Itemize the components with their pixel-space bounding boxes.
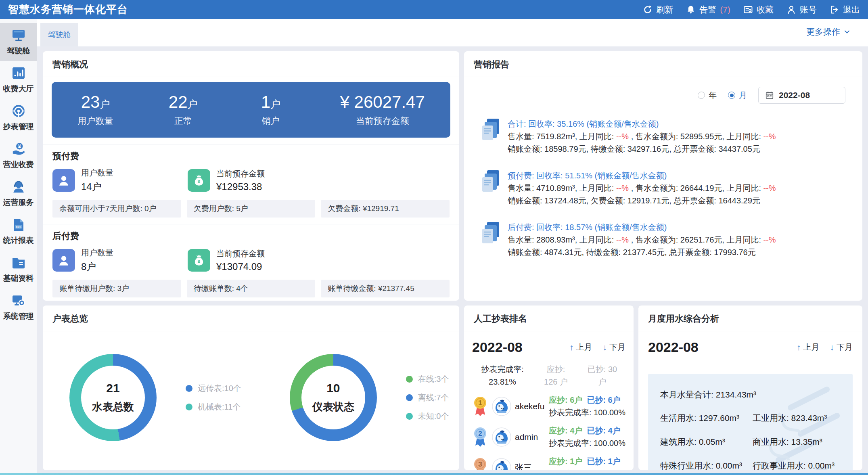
arrow-up-icon: ↑ bbox=[569, 343, 574, 352]
donut-total: 10 bbox=[326, 381, 340, 395]
due-count: 应抄: 6户 bbox=[549, 395, 582, 404]
svg-text:¥: ¥ bbox=[198, 179, 201, 184]
legend-dot bbox=[406, 413, 413, 420]
usage-special: 特殊行业用水: 0.00m³ bbox=[660, 460, 753, 470]
app-title: 智慧水务营销一体化平台 bbox=[8, 2, 128, 17]
prev-month-button[interactable]: ↑ 上月 bbox=[797, 342, 820, 353]
arrow-up-icon: ↑ bbox=[797, 343, 801, 352]
svg-text:1: 1 bbox=[478, 399, 482, 407]
sidebar-item-toll-hall[interactable]: 收费大厅 bbox=[0, 61, 37, 99]
calendar-icon bbox=[765, 91, 774, 100]
sidebar-item-business-toll[interactable]: ¥ 营业收费 bbox=[0, 137, 37, 175]
postpaid-stats: 用户数量 8户 ¥ 当前预存金额 ¥13074.09 bbox=[52, 247, 450, 273]
panel-title: 月度用水综合分析 bbox=[638, 306, 862, 331]
date-picker[interactable]: 2022-08 bbox=[758, 87, 845, 104]
panel-title: 营销报告 bbox=[464, 51, 862, 77]
refresh-button[interactable]: 刷新 bbox=[643, 4, 673, 15]
completion-rate: 抄表完成率: 100.00% bbox=[549, 468, 625, 470]
donut-label: 水表总数 bbox=[92, 400, 134, 414]
monthly-water-analysis-panel: 月度用水综合分析 2022-08 ↑ 上月 ↓ 下月 bbox=[638, 306, 862, 470]
system-gear-icon bbox=[11, 293, 26, 308]
bell-icon bbox=[686, 5, 696, 15]
sidebar-item-basic-data[interactable]: 基础资料 bbox=[0, 251, 37, 289]
account-label: 账号 bbox=[800, 4, 817, 15]
panel-title: 人工抄表排名 bbox=[464, 306, 634, 331]
user-badge-icon bbox=[52, 249, 75, 272]
favorite-label: 收藏 bbox=[757, 4, 774, 15]
mom-change: --% bbox=[763, 235, 776, 244]
water-meter-legend: 远传表:10个 机械表:11个 bbox=[186, 383, 241, 412]
sidebar: 驾驶舱 收费大厅 抄表管理 ¥ 营业收费 运营服务 XLS 统计报表 基础资料 … bbox=[0, 19, 37, 475]
bronze-medal-icon: 3 bbox=[472, 457, 488, 470]
sidebar-item-statistics-report[interactable]: XLS 统计报表 bbox=[0, 213, 37, 251]
legend-item-offline[interactable]: 离线:7个 bbox=[406, 392, 449, 403]
arrow-down-icon: ↓ bbox=[830, 343, 835, 352]
radio-circle bbox=[698, 92, 705, 99]
mom-change: --% bbox=[763, 184, 776, 193]
logout-label: 退出 bbox=[843, 4, 860, 15]
logout-button[interactable]: 退出 bbox=[830, 4, 860, 15]
radio-year[interactable]: 年 bbox=[698, 90, 717, 101]
legend-dot bbox=[186, 404, 192, 410]
legend-item-unknown[interactable]: 未知:0个 bbox=[406, 411, 449, 422]
favorite-button[interactable]: 收藏 bbox=[743, 4, 774, 15]
monthly-usage-box: 本月水量合计: 2134.43m³ 生活用水: 1297.60m³ 工业用水: … bbox=[648, 374, 853, 470]
svg-text:¥: ¥ bbox=[18, 143, 21, 149]
sidebar-item-dashboard[interactable]: 驾驶舱 bbox=[0, 23, 37, 61]
mom-change: --% bbox=[616, 235, 629, 244]
meter-status-legend: 在线:3个 离线:7个 未知:0个 bbox=[406, 374, 449, 422]
bookmark-icon bbox=[743, 5, 753, 15]
sidebar-item-label: 收费大厅 bbox=[3, 84, 34, 94]
money-bag-icon: ¥ bbox=[188, 249, 210, 272]
donut-label: 仪表状态 bbox=[312, 400, 354, 414]
usage-administrative: 行政事业用水: 0.00m³ bbox=[753, 460, 841, 470]
report-item-total: 合计: 回收率: 35.16% (销账金额/售水金额) 售水量: 7519.82… bbox=[481, 118, 853, 155]
completion-rate: 抄表完成率: 100.00% bbox=[549, 406, 625, 419]
meter-status-donut-chart: 10 仪表状态 bbox=[290, 354, 377, 441]
mom-change: --% bbox=[616, 132, 629, 141]
tab-dashboard[interactable]: 驾驶舱 bbox=[40, 23, 78, 46]
main-content: 营销概况 23户 用户数量 22户 正常 1户 销户 ¥ 26027.47 当前… bbox=[37, 46, 868, 475]
report-headline: 预付费: 回收率: 51.51% (销账金额/售水金额) bbox=[508, 169, 776, 182]
report-doc-icon bbox=[481, 169, 500, 207]
divider bbox=[43, 144, 459, 144]
ranking-row: 1 akekefu 应抄: 6户 已抄: 6户 抄表完成率: 100.00% bbox=[472, 394, 625, 419]
report-doc-icon bbox=[481, 221, 500, 259]
metric-unpaid-bills: 待缴账单数: 4个 bbox=[187, 280, 316, 297]
legend-item-mechanical[interactable]: 机械表:11个 bbox=[186, 402, 241, 412]
completion-rate: 23.81% bbox=[489, 377, 516, 386]
alarm-button[interactable]: 告警 (7) bbox=[686, 4, 730, 15]
prepaid-stats: 用户数量 14户 ¥ 当前预存金额 ¥12953.38 bbox=[52, 167, 450, 193]
panel-title: 营销概况 bbox=[43, 51, 459, 77]
prev-month-button[interactable]: ↑ 上月 bbox=[569, 342, 592, 353]
legend-item-online[interactable]: 在线:3个 bbox=[406, 374, 449, 385]
avatar bbox=[492, 427, 511, 447]
done-total: 已抄: 30 户 bbox=[579, 363, 625, 388]
monthly-month-row: 2022-08 ↑ 上月 ↓ 下月 bbox=[648, 339, 853, 355]
more-actions-dropdown[interactable]: 更多操作 bbox=[806, 26, 851, 38]
summary-closed-count: 1户 销户 bbox=[227, 92, 314, 127]
marketing-overview-panel: 营销概况 23户 用户数量 22户 正常 1户 销户 ¥ 26027.47 当前… bbox=[43, 51, 459, 301]
mom-change: --% bbox=[616, 184, 629, 193]
next-month-button[interactable]: ↓ 下月 bbox=[830, 342, 853, 353]
legend-item-remote[interactable]: 远传表:10个 bbox=[186, 383, 241, 394]
sidebar-item-operation-service[interactable]: 运营服务 bbox=[0, 175, 37, 213]
user-icon bbox=[786, 5, 796, 15]
next-month-button[interactable]: ↓ 下月 bbox=[603, 342, 626, 353]
money-bag-icon: ¥ bbox=[188, 169, 210, 192]
account-button[interactable]: 账号 bbox=[786, 4, 817, 15]
ranking-row: 2 admin 应抄: 4户 已抄: 4户 抄表完成率: 100.00% bbox=[472, 425, 625, 450]
more-actions-label: 更多操作 bbox=[806, 26, 840, 38]
ranking-summary: 抄表完成率:23.81% 应抄: 126 户 已抄: 30 户 bbox=[472, 363, 625, 388]
legend-dot bbox=[186, 385, 192, 392]
postpaid-deposit-stat: ¥ 当前预存金额 ¥13074.09 bbox=[188, 247, 323, 273]
sidebar-item-system-management[interactable]: 系统管理 bbox=[0, 289, 37, 326]
hand-coin-icon: ¥ bbox=[11, 142, 26, 156]
sidebar-item-label: 抄表管理 bbox=[3, 121, 34, 132]
sidebar-item-meter-reading[interactable]: 抄表管理 bbox=[0, 99, 37, 137]
alarm-count-badge: (7) bbox=[720, 5, 730, 15]
radio-month[interactable]: 月 bbox=[728, 90, 747, 101]
headset-agent-icon bbox=[11, 180, 26, 194]
postpaid-metrics: 账单待缴用户数: 3户 待缴账单数: 4个 账单待缴金额: ¥21377.45 bbox=[52, 280, 450, 297]
meter-charts: 21 水表总数 远传表:10个 机械表:11个 bbox=[43, 354, 459, 441]
